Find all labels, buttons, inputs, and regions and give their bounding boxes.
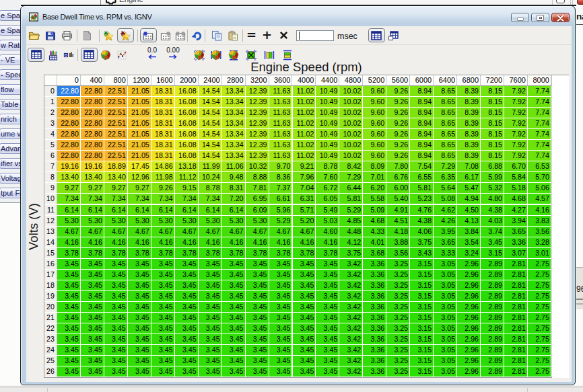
table-cell[interactable]: 12.39 (246, 118, 269, 128)
table-cell[interactable]: 4.16 (128, 237, 151, 247)
table-cell[interactable]: 14.54 (199, 86, 221, 96)
table-cell[interactable]: 3.45 (57, 270, 80, 280)
table-cell[interactable]: 10.02 (339, 129, 362, 139)
table-cell[interactable]: 6.20 (363, 183, 386, 193)
table-cell[interactable]: 9.27 (57, 183, 80, 193)
table-cell[interactable]: 3.45 (104, 345, 127, 355)
table-cell[interactable]: 3.45 (246, 323, 269, 334)
table-cell[interactable]: 3.45 (175, 280, 198, 290)
table-cell[interactable]: 3.45 (57, 302, 80, 312)
table-cell[interactable]: 3.45 (293, 280, 316, 290)
table-cell[interactable]: 3.78 (175, 248, 198, 258)
table-cell[interactable]: 9.60 (363, 151, 386, 161)
table-cell[interactable]: 18.31 (151, 108, 174, 118)
table-cell[interactable]: 3.45 (316, 334, 339, 344)
table-cell[interactable]: 2.75 (528, 302, 551, 312)
table-cell[interactable]: 3.95 (434, 227, 456, 237)
table-cell[interactable]: 5.30 (151, 216, 174, 226)
table-cell[interactable]: 7.74 (528, 108, 551, 118)
table-cell[interactable]: 3.42 (339, 366, 362, 377)
table-cell[interactable]: 7.20 (222, 194, 245, 204)
table-cell[interactable]: 3.54 (457, 237, 480, 247)
multiply-operator-button[interactable] (279, 28, 288, 42)
table-cell[interactable]: 7.34 (81, 194, 104, 204)
table-cell[interactable]: 4.06 (410, 227, 433, 237)
table-cell[interactable]: 3.45 (104, 366, 127, 377)
table-cell[interactable]: 2.81 (504, 291, 527, 301)
table-cell[interactable]: 3.45 (199, 302, 221, 312)
table-cell[interactable]: 3.15 (410, 280, 433, 290)
table-cell[interactable]: 3.88 (386, 237, 409, 247)
table-cell[interactable]: 3.45 (128, 323, 151, 334)
table-cell[interactable]: 4.16 (175, 237, 198, 247)
table-cell[interactable]: 2.96 (457, 259, 480, 269)
table-cell[interactable]: 2.75 (528, 366, 551, 377)
table-cell[interactable]: 3.25 (386, 334, 409, 344)
table-cell[interactable]: 3.15 (410, 334, 433, 344)
table-cell[interactable]: 3.45 (246, 280, 269, 290)
table-cell[interactable]: 7.34 (104, 194, 127, 204)
table-cell[interactable]: 3.45 (316, 345, 339, 355)
table-cell[interactable]: 5.30 (81, 216, 104, 226)
table-cell[interactable]: 3.45 (175, 302, 198, 312)
table-cell[interactable]: 3.45 (269, 356, 292, 366)
table-cell[interactable]: 7.92 (504, 129, 527, 139)
table-cell[interactable]: 3.42 (339, 334, 362, 344)
table-cell[interactable]: 3.45 (316, 356, 339, 366)
table-cell[interactable]: 5.03 (316, 216, 339, 226)
table-cell[interactable]: 3.45 (81, 323, 104, 334)
undo-icon[interactable] (189, 29, 203, 42)
table-cell[interactable]: 3.45 (293, 259, 316, 269)
table-cell[interactable]: 3.42 (339, 345, 362, 355)
table-cell[interactable]: 3.05 (434, 302, 456, 312)
table-cell[interactable]: 3.78 (199, 248, 221, 258)
table-cell[interactable]: 3.84 (457, 227, 480, 237)
table-cell[interactable]: 8.15 (481, 129, 504, 139)
table-cell[interactable]: 2.89 (481, 291, 504, 301)
table-cell[interactable]: 3.45 (175, 259, 198, 269)
table-cell[interactable]: 3.78 (246, 248, 269, 258)
table-cell[interactable]: 4.38 (410, 216, 433, 226)
table-cell[interactable]: 3.05 (434, 366, 456, 377)
table-cell[interactable]: 3.45 (199, 270, 221, 280)
table-cell[interactable]: 12.39 (246, 86, 269, 96)
table-cell[interactable]: 3.36 (363, 280, 386, 290)
table-cell[interactable]: 6.14 (151, 205, 174, 215)
table-cell[interactable]: 3.45 (246, 291, 269, 301)
table-cell[interactable]: 8.94 (410, 129, 433, 139)
table-cell[interactable]: 7.92 (504, 118, 527, 128)
table-cell[interactable]: 4.68 (363, 216, 386, 226)
table-cell[interactable]: 21.05 (128, 129, 151, 139)
table-cell[interactable]: 9.60 (363, 108, 386, 118)
table-cell[interactable]: 3.45 (151, 259, 174, 269)
table-cell[interactable]: 14.54 (199, 97, 221, 107)
maximize-button[interactable] (531, 13, 550, 23)
table-cell[interactable]: 18.31 (151, 86, 174, 96)
table-cell[interactable]: 3.78 (222, 248, 245, 258)
table-cell[interactable]: 3.25 (386, 280, 409, 290)
table-cell[interactable]: 3.45 (128, 334, 151, 344)
table-cell[interactable]: 22.80 (81, 97, 104, 107)
table-clone-icon[interactable] (386, 29, 400, 42)
table-cell[interactable]: 3.05 (434, 323, 456, 334)
minimize-button[interactable] (511, 13, 530, 23)
table-cell[interactable]: 3.78 (269, 248, 292, 258)
table-cell[interactable]: 5.09 (363, 205, 386, 215)
table-cell[interactable]: 10.02 (339, 151, 362, 161)
table-cell[interactable]: 10.32 (246, 161, 269, 171)
table-cell[interactable]: 2.75 (528, 323, 551, 334)
table-cell[interactable]: 3.25 (386, 259, 409, 269)
table-cell[interactable]: 8.94 (410, 97, 433, 107)
table-cell[interactable]: 3.45 (246, 259, 269, 269)
table-cell[interactable]: 8.78 (199, 183, 221, 193)
table-cell[interactable]: 3.65 (504, 227, 527, 237)
table-cell[interactable]: 3.45 (293, 302, 316, 312)
table-cell[interactable]: 4.76 (410, 205, 433, 215)
table-cell[interactable]: 2.96 (457, 345, 480, 355)
table-cell[interactable]: 12.39 (246, 129, 269, 139)
table-cell[interactable]: 9.27 (81, 183, 104, 193)
table-cell[interactable]: 18.31 (151, 151, 174, 161)
table-cell[interactable]: 3.36 (363, 291, 386, 301)
table-cell[interactable]: 21.05 (128, 86, 151, 96)
table-cell[interactable]: 5.84 (504, 172, 527, 182)
